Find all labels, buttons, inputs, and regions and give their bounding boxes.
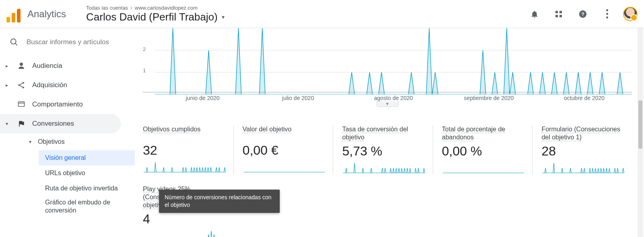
flag-icon bbox=[16, 120, 27, 128]
scrollbar[interactable] bbox=[638, 28, 643, 237]
metric-label: Objetivos cumplidos bbox=[143, 125, 226, 141]
nav-comportamiento[interactable]: ▸ Comportamiento bbox=[0, 95, 135, 114]
breadcrumb: Todas las cuentas › www.carlosdavidlopez… bbox=[86, 4, 225, 11]
chevron-down-icon: ▾ bbox=[6, 121, 10, 127]
chart-x-axis: junio de 2020julio de 2020agosto de 2020… bbox=[143, 95, 632, 101]
chart-x-label: agosto de 2020 bbox=[346, 95, 441, 101]
sparkline bbox=[541, 162, 625, 173]
notifications-icon[interactable] bbox=[526, 6, 543, 22]
metric-card[interactable]: Valor del objetivo0,00 € bbox=[243, 125, 334, 175]
view-name: Carlos David (Perfil Trabajo) bbox=[86, 11, 218, 23]
nav-conversiones[interactable]: ▾ Conversiones bbox=[0, 114, 121, 133]
search-bar[interactable] bbox=[0, 28, 135, 56]
svg-rect-5 bbox=[19, 102, 25, 106]
metric-cards-row: Objetivos cumplidos32Valor del objetivo0… bbox=[143, 125, 632, 175]
help-icon[interactable]: ? bbox=[575, 6, 591, 22]
search-icon bbox=[10, 38, 19, 47]
metric-label: Formulario (Consecuciones del objetivo 1… bbox=[541, 125, 625, 141]
nav-label: Comportamiento bbox=[32, 100, 83, 108]
chevron-right-icon: ▸ bbox=[6, 82, 10, 88]
chart-drag-handle-icon[interactable]: ▼ bbox=[376, 101, 399, 107]
nav-label: Ruta de objetivo invertida bbox=[45, 184, 118, 192]
left-nav: ▸ Audiencia ▸ Adquisición ▸ Comportamien… bbox=[0, 28, 135, 237]
metric-card[interactable]: Objetivos cumplidos32 bbox=[143, 125, 234, 175]
chart-x-label: octubre de 2020 bbox=[537, 95, 632, 101]
nav-label: Audiencia bbox=[32, 62, 62, 70]
sparkline bbox=[442, 162, 525, 173]
breadcrumb-root[interactable]: Todas las cuentas bbox=[86, 5, 128, 11]
account-selector[interactable]: Todas las cuentas › www.carlosdavidlopez… bbox=[86, 4, 225, 23]
ga-logo-icon bbox=[5, 6, 22, 22]
chart-x-label: junio de 2020 bbox=[155, 95, 250, 101]
person-icon bbox=[16, 62, 27, 70]
nav-label: Objetivos bbox=[38, 138, 65, 145]
nav-grafico-embudo[interactable]: Gráfico del embudo de conversión bbox=[39, 196, 123, 217]
nav-label: Adquisición bbox=[32, 81, 67, 89]
metric-label: Total de porcentaje de abandonos bbox=[442, 125, 525, 141]
nav-label: URLs objetivo bbox=[45, 169, 85, 177]
account-avatar[interactable] bbox=[623, 7, 638, 21]
svg-text:?: ? bbox=[581, 11, 584, 17]
metric-card[interactable]: Total de porcentaje de abandonos0,00 % bbox=[442, 125, 533, 175]
chart-svg bbox=[155, 28, 632, 94]
browser-icon bbox=[16, 100, 27, 108]
metric-value: 5,73 % bbox=[342, 144, 425, 159]
nav-objetivos[interactable]: ▾ Objetivos bbox=[23, 133, 135, 150]
nav-adquisicion[interactable]: ▸ Adquisición bbox=[0, 76, 135, 95]
brand-title: Analytics bbox=[27, 8, 66, 20]
y-tick-1: 1 bbox=[143, 67, 146, 73]
metric-card[interactable]: Tasa de conversión del objetivo5,73 % bbox=[342, 125, 433, 175]
nav-audiencia[interactable]: ▸ Audiencia bbox=[0, 56, 135, 76]
sparkline bbox=[342, 162, 425, 173]
metric-card[interactable]: Formulario (Consecuciones del objetivo 1… bbox=[541, 125, 632, 175]
scrollbar-thumb[interactable] bbox=[638, 100, 642, 149]
nav-label: Conversiones bbox=[32, 120, 74, 128]
sparkline bbox=[143, 230, 222, 237]
metric-value: 32 bbox=[143, 143, 226, 158]
chart-x-label: septiembre de 2020 bbox=[441, 95, 537, 101]
chevron-right-icon: › bbox=[130, 4, 132, 11]
nav-label: Visión general bbox=[45, 154, 86, 162]
sparkline bbox=[143, 161, 226, 172]
share-nodes-icon bbox=[16, 81, 27, 89]
search-input[interactable] bbox=[27, 38, 123, 46]
nav-label: Gráfico del embudo de conversión bbox=[45, 198, 118, 215]
report-main: 2 1 junio de 2020julio de 2020agosto de … bbox=[135, 28, 644, 237]
more-vert-icon[interactable] bbox=[599, 6, 615, 22]
line-chart[interactable]: 2 1 bbox=[143, 28, 632, 92]
nav-urls-objetivo[interactable]: URLs objetivo bbox=[39, 165, 135, 181]
metric-label: Tasa de conversión del objetivo bbox=[342, 125, 425, 141]
breadcrumb-property[interactable]: www.carlosdavidlopez.com bbox=[135, 5, 198, 11]
metric-value: 4 bbox=[143, 212, 222, 227]
nav-ruta-objetivo-invertida[interactable]: Ruta de objetivo invertida bbox=[39, 181, 123, 196]
chart-x-label: julio de 2020 bbox=[250, 95, 346, 101]
chevron-down-icon: ▾ bbox=[29, 139, 34, 145]
sparkline bbox=[243, 161, 326, 172]
metric-value: 0,00 % bbox=[442, 144, 525, 159]
metric-value: 0,00 € bbox=[243, 143, 326, 158]
tooltip: Número de conversiones relacionadas con … bbox=[159, 190, 280, 213]
metric-label: Valor del objetivo bbox=[243, 125, 326, 141]
apps-grid-icon[interactable] bbox=[551, 6, 567, 22]
tooltip-text: Número de conversiones relacionadas con … bbox=[165, 194, 271, 208]
caret-down-icon[interactable]: ▼ bbox=[221, 14, 226, 20]
y-tick-2: 2 bbox=[143, 46, 146, 52]
chevron-right-icon: ▸ bbox=[6, 63, 10, 69]
app-header: Analytics Todas las cuentas › www.carlos… bbox=[0, 0, 644, 28]
metric-value: 28 bbox=[541, 144, 625, 159]
